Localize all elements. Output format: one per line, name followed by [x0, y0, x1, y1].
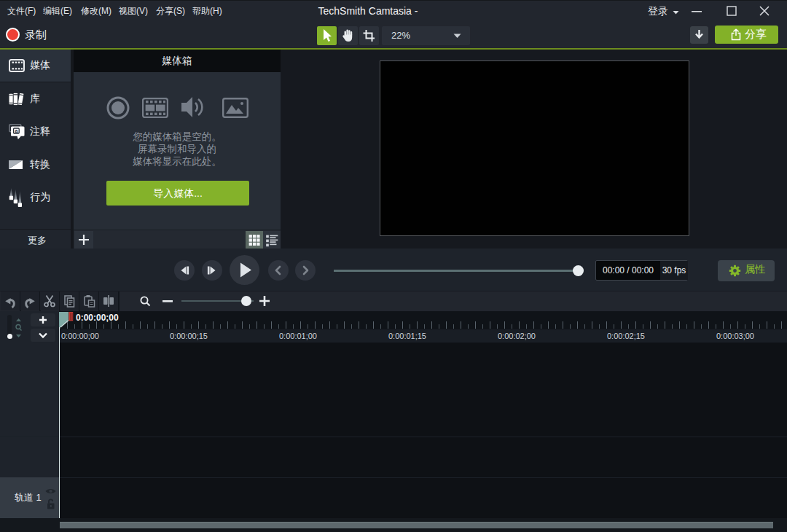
svg-text:a: a [15, 128, 17, 133]
